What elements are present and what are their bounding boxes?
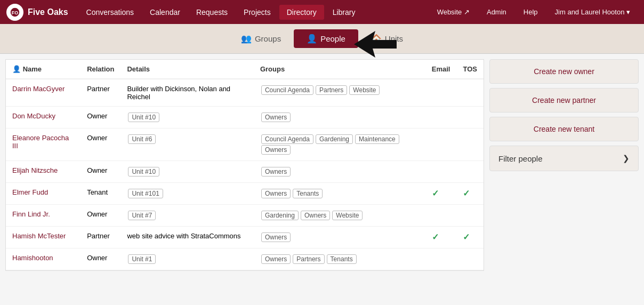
table-row: Hamish McTesterPartnerweb site advice wi… (6, 227, 484, 248)
tab-people[interactable]: 👤 People (294, 29, 358, 48)
logo-icon: FO (6, 4, 23, 21)
cell-email (425, 79, 457, 107)
cell-relation: Owner (80, 129, 120, 161)
cell-name: Don McDucky (6, 107, 80, 129)
cell-name: Darrin MacGyver (6, 79, 80, 107)
cell-email (425, 129, 457, 161)
cell-groups: Owners (254, 161, 425, 183)
cell-tos: ✓ (456, 183, 484, 205)
sub-navigation: 👥 Groups 👤 People 🏠 Units (0, 24, 644, 54)
group-tag: Maintenance (355, 134, 399, 144)
tos-check-icon: ✓ (463, 189, 470, 198)
cell-groups: Owners (254, 107, 425, 129)
create-tenant-button[interactable]: Create new tenant (489, 117, 639, 141)
unit-tag: Unit #1 (128, 254, 156, 264)
cell-email (425, 248, 457, 270)
create-owner-button[interactable]: Create new owner (489, 59, 639, 84)
nav-item-conversations[interactable]: Conversations (79, 5, 142, 20)
filter-people-button[interactable]: Filter people ❯ (489, 146, 639, 171)
people-table: 👤 Name Relation Details Groups Email TOS… (6, 60, 484, 270)
app-title: Five Oaks (28, 7, 68, 17)
sub-nav-area: 👥 Groups 👤 People 🏠 Units (0, 24, 644, 54)
cell-details: Unit #7 (120, 205, 253, 227)
table-row: Don McDuckyOwnerUnit #10Owners (6, 107, 484, 129)
group-tag: Owners (261, 145, 291, 155)
group-tag: Owners (261, 254, 291, 264)
group-tag: Website (332, 211, 363, 220)
group-tag: Owners (261, 232, 291, 242)
email-check-icon: ✓ (432, 189, 439, 198)
nav-item-calendar[interactable]: Calendar (142, 5, 188, 20)
person-name-link[interactable]: Eleanore Pacocha III (12, 134, 69, 150)
cell-email: ✓ (425, 183, 457, 205)
group-tag: Website (349, 85, 380, 95)
cell-groups: Council AgendaGardeningMaintenanceOwners (254, 129, 425, 161)
group-tag: Owners (261, 189, 291, 198)
person-name-link[interactable]: Don McDucky (12, 112, 55, 120)
group-tag: Gardening (316, 134, 353, 144)
cell-tos (456, 129, 484, 161)
person-name-link[interactable]: Elijah Nitzsche (12, 166, 58, 174)
cell-groups: OwnersPartnersTenants (254, 248, 425, 270)
group-tag: Partners (293, 254, 324, 264)
person-name-link[interactable]: Elmer Fudd (12, 188, 48, 196)
units-icon: 🏠 (371, 34, 382, 44)
tab-groups-label: Groups (255, 34, 281, 43)
table-row: HamishootonOwnerUnit #1OwnersPartnersTen… (6, 248, 484, 270)
nav-item-website[interactable]: Website ↗ (430, 5, 477, 19)
tab-groups[interactable]: 👥 Groups (228, 29, 294, 48)
cell-name: Elmer Fudd (6, 183, 80, 205)
tos-check-icon: ✓ (463, 232, 470, 242)
nav-item-library[interactable]: Library (325, 5, 363, 20)
cell-tos (456, 107, 484, 129)
nav-item-admin[interactable]: Admin (479, 5, 514, 19)
chevron-right-icon: ❯ (623, 154, 630, 163)
create-partner-button[interactable]: Create new partner (489, 88, 639, 113)
col-relation: Relation (80, 60, 120, 79)
nav-item-requests[interactable]: Requests (189, 5, 235, 20)
group-tag: Council Agenda (261, 134, 313, 144)
nav-item-projects[interactable]: Projects (236, 5, 278, 20)
person-name-link[interactable]: Finn Lind Jr. (12, 210, 50, 218)
col-email: Email (425, 60, 457, 79)
nav-item-user[interactable]: Jim and Laurel Hooton ▾ (548, 5, 638, 19)
cell-tos (456, 161, 484, 183)
table-row: Elijah NitzscheOwnerUnit #10Owners (6, 161, 484, 183)
nav-right-items: Website ↗ Admin Help Jim and Laurel Hoot… (430, 5, 638, 19)
unit-tag: Unit #101 (128, 189, 163, 198)
group-tag: Tenants (293, 189, 323, 198)
col-name: 👤 Name (6, 60, 80, 79)
nav-item-help[interactable]: Help (516, 5, 545, 19)
cell-relation: Owner (80, 107, 120, 129)
table-header-row: 👤 Name Relation Details Groups Email TOS (6, 60, 484, 79)
tab-units[interactable]: 🏠 Units (358, 29, 416, 48)
table-row: Elmer FuddTenantUnit #101OwnersTenants✓✓ (6, 183, 484, 205)
cell-relation: Partner (80, 227, 120, 248)
cell-details: Builder with Dickinson, Nolan and Reiche… (120, 79, 253, 107)
group-tag: Partners (316, 85, 347, 95)
cell-name: Hamishooton (6, 248, 80, 270)
person-name-link[interactable]: Hamishooton (12, 254, 53, 262)
logo-area[interactable]: FO Five Oaks (6, 4, 68, 21)
cell-relation: Owner (80, 161, 120, 183)
person-name-link[interactable]: Hamish McTester (12, 232, 66, 240)
nav-item-directory[interactable]: Directory (279, 5, 324, 20)
table-row: Darrin MacGyverPartnerBuilder with Dicki… (6, 79, 484, 107)
person-name-link[interactable]: Darrin MacGyver (12, 85, 65, 93)
unit-tag: Unit #10 (128, 113, 159, 122)
cell-relation: Owner (80, 248, 120, 270)
col-groups: Groups (254, 60, 425, 79)
group-tag: Owners (261, 113, 291, 122)
cell-name: Hamish McTester (6, 227, 80, 248)
cell-tos (456, 248, 484, 270)
group-tag: Tenants (327, 254, 357, 264)
cell-name: Elijah Nitzsche (6, 161, 80, 183)
main-content: 👤 Name Relation Details Groups Email TOS… (0, 54, 644, 276)
groups-icon: 👥 (241, 34, 252, 44)
group-tag: Owners (301, 211, 330, 220)
unit-tag: Unit #6 (128, 134, 156, 144)
cell-email: ✓ (425, 227, 457, 248)
col-tos: TOS (456, 60, 484, 79)
cell-details: Unit #1 (120, 248, 253, 270)
table-row: Eleanore Pacocha IIIOwnerUnit #6Council … (6, 129, 484, 161)
